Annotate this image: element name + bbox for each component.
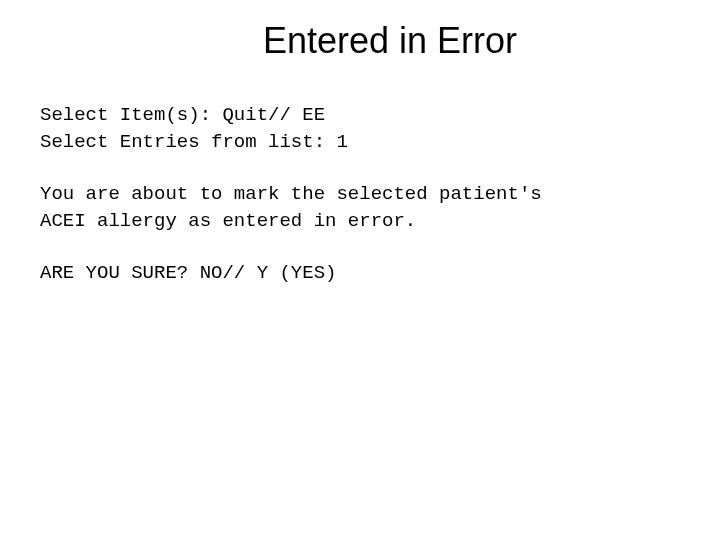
confirmation-block: You are about to mark the selected patie…: [40, 181, 680, 234]
select-block: Select Item(s): Quit// EE Select Entries…: [40, 102, 680, 155]
slide-container: Entered in Error Select Item(s): Quit// …: [0, 0, 720, 333]
slide-title: Entered in Error: [40, 20, 680, 62]
confirm-line-2: ACEI allergy as entered in error.: [40, 208, 680, 235]
select-items-line: Select Item(s): Quit// EE: [40, 102, 680, 129]
terminal-block: Select Item(s): Quit// EE Select Entries…: [40, 102, 680, 287]
sure-block: ARE YOU SURE? NO// Y (YES): [40, 260, 680, 287]
confirm-line-1: You are about to mark the selected patie…: [40, 181, 680, 208]
sure-line: ARE YOU SURE? NO// Y (YES): [40, 260, 680, 287]
select-entries-line: Select Entries from list: 1: [40, 129, 680, 156]
